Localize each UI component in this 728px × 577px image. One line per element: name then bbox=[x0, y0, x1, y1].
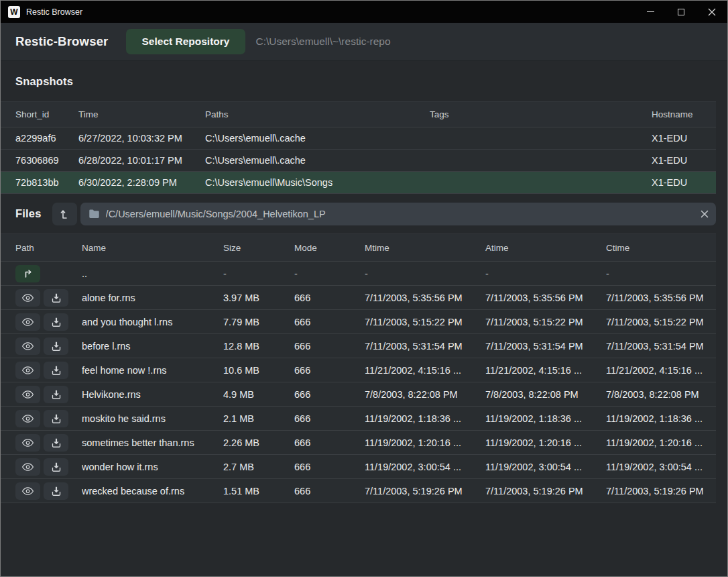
file-name: sometimes better than.rns bbox=[82, 437, 223, 448]
file-ctime: 11/19/2002, 1:18:36 ... bbox=[606, 413, 716, 424]
eye-icon bbox=[21, 414, 34, 423]
file-mtime: 7/11/2003, 5:35:56 PM bbox=[365, 293, 485, 303]
file-mtime: 11/19/2002, 1:18:36 ... bbox=[365, 413, 485, 424]
file-mtime: - bbox=[365, 268, 485, 279]
preview-file-button[interactable] bbox=[15, 482, 40, 500]
file-name: Helvikone.rns bbox=[82, 389, 223, 400]
file-ctime: 7/11/2003, 5:31:54 PM bbox=[606, 341, 716, 352]
file-mode: 666 bbox=[294, 462, 365, 472]
select-repository-button[interactable]: Select Repository bbox=[126, 29, 246, 54]
file-atime: 11/19/2002, 1:18:36 ... bbox=[485, 413, 606, 424]
download-file-button[interactable] bbox=[44, 362, 68, 379]
eye-icon bbox=[21, 486, 34, 496]
snapshot-row[interactable]: 76306869 6/28/2022, 10:01:17 PM C:\Users… bbox=[1, 150, 716, 172]
repository-path: C:\Users\emuell\~\restic-repo bbox=[255, 36, 390, 48]
level-up-icon bbox=[58, 208, 70, 220]
file-mode: 666 bbox=[294, 317, 365, 327]
download-icon bbox=[51, 317, 62, 327]
window-title: Restic Browser bbox=[26, 7, 82, 17]
file-size: 10.6 MB bbox=[223, 365, 294, 376]
snapshot-time: 6/28/2022, 10:01:17 PM bbox=[78, 155, 205, 166]
snapshot-paths: C:\Users\emuell\.cache bbox=[205, 155, 430, 166]
preview-file-button[interactable] bbox=[15, 337, 40, 355]
file-name: alone for.rns bbox=[82, 293, 223, 303]
file-atime: 7/11/2003, 5:35:56 PM bbox=[485, 293, 606, 303]
file-mode: - bbox=[294, 268, 365, 279]
file-mode: 666 bbox=[294, 365, 365, 376]
file-mtime: 7/11/2003, 5:19:26 PM bbox=[365, 486, 485, 496]
snapshot-short-id: 72b813bb bbox=[15, 177, 78, 188]
files-table-body: alone for.rns 3.97 MB 666 7/11/2003, 5:3… bbox=[1, 286, 727, 503]
snapshots-title: Snapshots bbox=[15, 75, 73, 88]
download-file-button[interactable] bbox=[44, 386, 68, 403]
level-up-button[interactable] bbox=[52, 203, 77, 225]
file-atime: 7/8/2003, 8:22:08 PM bbox=[485, 389, 606, 400]
snapshot-row[interactable]: a2299af6 6/27/2022, 10:03:32 PM C:\Users… bbox=[1, 127, 716, 150]
download-icon bbox=[51, 341, 62, 352]
file-row[interactable]: wrecked because of.rns 1.51 MB 666 7/11/… bbox=[1, 479, 716, 503]
minimize-button[interactable] bbox=[635, 1, 666, 23]
close-button[interactable] bbox=[696, 1, 727, 23]
file-ctime: 7/11/2003, 5:15:22 PM bbox=[606, 317, 716, 327]
files-table-header: Path Name Size Mode Mtime Atime Ctime bbox=[1, 233, 716, 262]
main-content: Snapshots Short_id Time Paths Tags Hostn… bbox=[1, 61, 727, 576]
snapshots-section-header: Snapshots bbox=[1, 61, 727, 101]
eye-icon bbox=[21, 390, 34, 399]
download-file-button[interactable] bbox=[44, 313, 68, 331]
preview-file-button[interactable] bbox=[15, 410, 40, 427]
file-row[interactable]: alone for.rns 3.97 MB 666 7/11/2003, 5:3… bbox=[1, 286, 716, 310]
snapshot-hostname: X1-EDU bbox=[652, 177, 716, 188]
preview-file-button[interactable] bbox=[15, 386, 40, 403]
download-file-button[interactable] bbox=[44, 458, 68, 476]
file-ctime: 7/11/2003, 5:35:56 PM bbox=[606, 293, 716, 303]
file-ctime: 7/11/2003, 5:19:26 PM bbox=[606, 486, 716, 496]
file-row[interactable]: wonder how it.rns 2.7 MB 666 11/19/2002,… bbox=[1, 455, 716, 479]
snapshot-hostname: X1-EDU bbox=[652, 155, 716, 166]
eye-icon bbox=[21, 342, 34, 351]
download-file-button[interactable] bbox=[44, 289, 68, 307]
column-mode: Mode bbox=[294, 243, 365, 253]
clear-path-button[interactable] bbox=[693, 203, 716, 225]
preview-file-button[interactable] bbox=[15, 362, 40, 379]
snapshot-row-selected[interactable]: 72b813bb 6/30/2022, 2:28:09 PM C:\Users\… bbox=[1, 172, 716, 194]
go-up-button[interactable] bbox=[15, 265, 40, 282]
download-icon bbox=[51, 389, 62, 400]
file-row[interactable]: before l.rns 12.8 MB 666 7/11/2003, 5:31… bbox=[1, 334, 716, 358]
file-row[interactable]: and you thought l.rns 7.79 MB 666 7/11/2… bbox=[1, 310, 716, 334]
download-icon bbox=[51, 293, 62, 303]
file-row[interactable]: sometimes better than.rns 2.26 MB 666 11… bbox=[1, 431, 716, 455]
current-path-input[interactable]: /C/Users/emuell/Music/Songs/2004_Helveti… bbox=[80, 203, 716, 225]
file-name: .. bbox=[82, 268, 223, 279]
column-paths: Paths bbox=[205, 109, 430, 119]
file-row[interactable]: Helvikone.rns 4.9 MB 666 7/8/2003, 8:22:… bbox=[1, 382, 716, 407]
file-mode: 666 bbox=[294, 437, 365, 448]
file-mtime: 7/11/2003, 5:31:54 PM bbox=[365, 341, 485, 352]
file-size: 7.79 MB bbox=[223, 317, 294, 327]
file-size: 2.26 MB bbox=[223, 437, 294, 448]
minimize-icon bbox=[647, 11, 654, 13]
file-ctime: 11/21/2002, 4:15:16 ... bbox=[606, 365, 716, 376]
column-atime: Atime bbox=[485, 243, 606, 253]
file-name: wrecked because of.rns bbox=[82, 486, 223, 496]
preview-file-button[interactable] bbox=[15, 434, 40, 452]
file-atime: 7/11/2003, 5:19:26 PM bbox=[485, 486, 606, 496]
snapshot-short-id: 76306869 bbox=[15, 155, 78, 166]
file-atime: - bbox=[485, 268, 606, 279]
file-row[interactable]: feel home now !.rns 10.6 MB 666 11/21/20… bbox=[1, 358, 716, 382]
file-row[interactable]: moskito he said.rns 2.1 MB 666 11/19/200… bbox=[1, 407, 716, 431]
download-file-button[interactable] bbox=[44, 434, 68, 452]
preview-file-button[interactable] bbox=[15, 313, 40, 331]
file-atime: 11/19/2002, 3:00:54 ... bbox=[485, 462, 606, 472]
download-icon bbox=[51, 365, 62, 376]
download-file-button[interactable] bbox=[44, 482, 68, 500]
preview-file-button[interactable] bbox=[15, 458, 40, 476]
maximize-button[interactable] bbox=[666, 1, 696, 23]
file-mtime: 7/8/2003, 8:22:08 PM bbox=[365, 389, 485, 400]
file-mode: 666 bbox=[294, 341, 365, 352]
parent-directory-row[interactable]: .. - - - - - bbox=[1, 262, 716, 286]
preview-file-button[interactable] bbox=[15, 289, 40, 307]
file-name: wonder how it.rns bbox=[82, 462, 223, 472]
eye-icon bbox=[21, 366, 34, 375]
download-file-button[interactable] bbox=[44, 410, 68, 427]
download-file-button[interactable] bbox=[44, 337, 68, 355]
